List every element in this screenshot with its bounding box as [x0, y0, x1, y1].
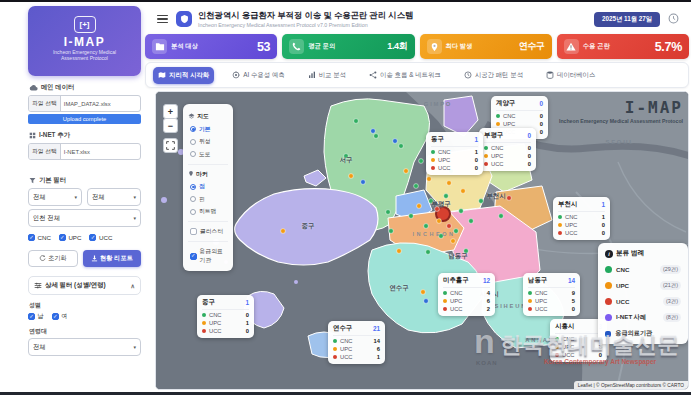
radio-label: 도로	[199, 150, 211, 159]
main-data-file-input[interactable]: 파일 선택 IMAP_DATA2.xlsx	[28, 95, 141, 112]
case-marker[interactable]	[393, 139, 398, 144]
case-marker[interactable]	[417, 204, 422, 209]
age-select[interactable]: 전체▾	[28, 338, 141, 356]
checkbox-icon[interactable]	[190, 228, 197, 235]
tab-db[interactable]: 데이터베이스	[541, 67, 600, 84]
map-type-option-도로[interactable]: 도로	[190, 150, 228, 159]
legend-label: CNC	[616, 266, 656, 273]
chart-icon	[308, 71, 316, 79]
ucc-dot-icon	[333, 355, 337, 359]
inet-file-input[interactable]: 파일 선택 I-NET.xlsx	[28, 143, 141, 160]
file-select-button[interactable]: 파일 선택	[29, 144, 61, 159]
file-select-button[interactable]: 파일 선택	[29, 96, 61, 111]
case-marker[interactable]	[371, 129, 376, 134]
map-type-option-위성[interactable]: 위성	[190, 137, 228, 146]
case-marker[interactable]	[399, 144, 404, 149]
checkbox-icon[interactable]: ✓	[52, 313, 59, 320]
gender-checkbox-여[interactable]: ✓여	[52, 312, 68, 321]
case-marker[interactable]	[479, 199, 484, 204]
case-marker[interactable]	[424, 299, 429, 304]
filter-select-b[interactable]: 전체▾	[87, 188, 141, 206]
checkbox-icon[interactable]: ✓	[190, 253, 197, 260]
fullscreen-button[interactable]	[163, 138, 178, 153]
radio-icon[interactable]	[190, 139, 196, 145]
case-marker[interactable]	[427, 177, 432, 182]
case-marker[interactable]	[389, 229, 394, 234]
case-marker[interactable]	[451, 239, 456, 244]
reset-button[interactable]: 초기화	[28, 250, 78, 267]
report-button[interactable]: 현황 리포트	[83, 250, 141, 267]
date-badge[interactable]: 2025년 11월 27일	[594, 12, 660, 27]
case-marker[interactable]	[281, 229, 286, 234]
case-marker[interactable]	[426, 250, 431, 255]
marker-type-option-히트맵[interactable]: 히트맵	[190, 207, 228, 216]
menu-icon[interactable]	[157, 13, 168, 26]
case-marker[interactable]	[424, 224, 429, 229]
tab-pattern[interactable]: 시공간 패턴 분석	[459, 67, 528, 84]
checkbox-icon[interactable]: ✓	[28, 234, 35, 241]
row-value: 0	[246, 312, 249, 318]
case-marker[interactable]	[374, 134, 379, 139]
case-marker[interactable]	[461, 189, 466, 194]
district-row-cnc: CNC9	[528, 290, 575, 296]
case-marker[interactable]	[444, 194, 449, 199]
class-checkbox-UPC[interactable]: ✓UPC	[59, 234, 82, 241]
radio-icon[interactable]	[190, 126, 196, 132]
case-marker[interactable]	[419, 159, 424, 164]
case-marker[interactable]	[409, 214, 414, 219]
checkbox-icon[interactable]: ✓	[28, 313, 35, 320]
checkbox-icon[interactable]: ✓	[89, 234, 96, 241]
radio-icon[interactable]	[190, 209, 196, 215]
page-title: 인천광역시 응급환자 부적정 이송 및 수용곤란 관리 시스템	[198, 10, 413, 21]
zoom-out-button[interactable]: −	[163, 118, 178, 133]
gender-checkbox-남[interactable]: ✓남	[28, 312, 44, 321]
legend-title: i분류 범례	[605, 249, 681, 258]
detail-filter-header[interactable]: 상세 필터 (성별/연령) ∧	[28, 276, 141, 295]
case-marker[interactable]	[386, 210, 391, 215]
radio-icon[interactable]	[190, 151, 196, 157]
row-label: UPC	[438, 157, 472, 163]
map-label-남동구: 남동구	[448, 252, 467, 261]
row-label: UCC	[562, 352, 596, 358]
district-name: 연수구	[333, 324, 352, 333]
radio-icon[interactable]	[190, 196, 196, 202]
district-name: 동구	[431, 135, 444, 144]
clock-icon[interactable]	[668, 10, 679, 28]
map-type-option-기본[interactable]: 기본	[190, 125, 228, 134]
case-marker[interactable]	[414, 184, 419, 189]
case-marker[interactable]	[469, 219, 474, 224]
cluster-toggle[interactable]: 클러스터	[190, 227, 228, 236]
case-marker[interactable]	[507, 196, 512, 201]
case-marker[interactable]	[421, 290, 426, 295]
class-checkbox-CNC[interactable]: ✓CNC	[28, 234, 51, 241]
case-marker[interactable]	[361, 180, 366, 185]
case-marker[interactable]	[404, 169, 409, 174]
region-select[interactable]: 인천 전체▾	[28, 209, 141, 227]
chevron-up-icon[interactable]: ∧	[131, 282, 135, 289]
case-marker[interactable]	[397, 249, 402, 254]
district-row-upc: UPC6	[443, 298, 490, 304]
case-marker[interactable]	[447, 224, 452, 229]
case-marker[interactable]	[349, 174, 354, 179]
filter-select-a[interactable]: 전체▾	[28, 188, 82, 206]
case-marker[interactable]	[499, 214, 504, 219]
case-marker[interactable]	[459, 209, 464, 214]
map-canvas[interactable]: + − 지도기본위성도로마커점핀히트맵클러스터✓응급의료기관 I-MAP Inc…	[155, 91, 689, 390]
tab-ai[interactable]: AI 수용성 예측	[227, 67, 290, 84]
tab-compare[interactable]: 비교 분석	[303, 67, 351, 84]
marker-type-option-점[interactable]: 점	[190, 182, 228, 191]
stat-card-analysis-target: 분석 대상53	[145, 34, 277, 59]
case-marker[interactable]	[354, 119, 359, 124]
class-checkbox-UCC[interactable]: ✓UCC	[89, 234, 112, 241]
tab-flow[interactable]: 이송 흐름 & 네트워크	[364, 67, 446, 84]
case-marker[interactable]	[447, 181, 452, 186]
upc-dot-icon	[431, 158, 435, 162]
marker-type-option-핀[interactable]: 핀	[190, 195, 228, 204]
radio-icon[interactable]	[190, 184, 196, 190]
checkbox-icon[interactable]: ✓	[59, 234, 66, 241]
tab-geo[interactable]: 지리적 시각화	[153, 67, 214, 84]
group-label: 지도	[197, 112, 209, 121]
emergency-toggle[interactable]: ✓응급의료기관	[190, 247, 228, 265]
zoom-in-button[interactable]: +	[163, 104, 178, 119]
case-marker[interactable]	[437, 219, 442, 224]
